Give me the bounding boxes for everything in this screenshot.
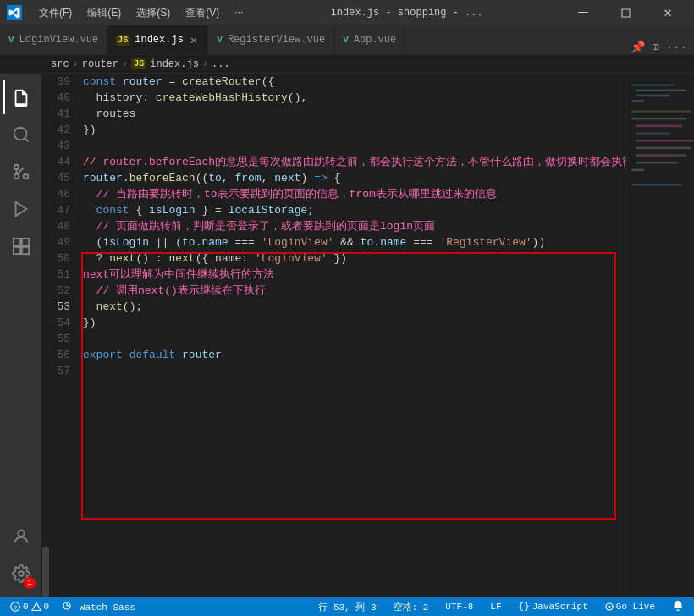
svg-rect-23 — [636, 154, 686, 156]
window-controls: ✕ — [564, 0, 687, 25]
tab-loginview[interactable]: V LoginView.vue — [0, 25, 107, 54]
minimap[interactable] — [626, 74, 694, 597]
tab-close-button[interactable]: ✕ — [189, 33, 199, 47]
pin-icon[interactable]: 📌 — [631, 40, 645, 54]
tab-label: LoginView.vue — [19, 34, 99, 46]
watch-sass-item[interactable]: Watch Sass — [59, 602, 139, 613]
svg-rect-26 — [631, 184, 682, 185]
overflow-icon[interactable]: ··· — [666, 41, 687, 54]
watch-sass-label: Watch Sass — [80, 602, 135, 613]
code-line-52: // 调用next()表示继续在下执行 — [83, 283, 626, 299]
tab-registerview[interactable]: V RegisterView.vue — [208, 25, 334, 54]
vscode-logo-icon — [7, 5, 22, 20]
vertical-scrollbar[interactable] — [41, 513, 51, 597]
svg-rect-17 — [631, 110, 691, 112]
line-num-50: 50 — [41, 250, 70, 267]
cursor-position[interactable]: 行 53, 列 3 — [315, 601, 379, 613]
title-bar: 文件(F) 编辑(E) 选择(S) 查看(V) ··· index.js - s… — [0, 0, 694, 25]
line-num-44: 44 — [41, 154, 70, 170]
breadcrumb-router[interactable]: router — [82, 58, 118, 70]
vue-icon: V — [8, 35, 14, 45]
svg-rect-1 — [622, 9, 630, 17]
line-num-40: 40 — [41, 90, 70, 106]
activity-run-icon[interactable] — [3, 192, 37, 226]
line-num-57: 57 — [41, 363, 70, 379]
svg-rect-0 — [578, 12, 588, 13]
svg-text:⊘: ⊘ — [14, 604, 18, 611]
line-ending[interactable]: LF — [487, 602, 504, 612]
status-errors[interactable]: ⊘ 0 0 — [7, 602, 52, 612]
code-line-48: // 页面做跳转前，判断是否登录了，或者要跳到的页面是login页面 — [83, 218, 626, 234]
activity-git-icon[interactable] — [3, 155, 37, 189]
indentation[interactable]: 空格: 2 — [390, 601, 432, 613]
code-editor[interactable]: 39 40 41 42 43 44 45 46 47 48 49 50 51 5… — [41, 74, 626, 597]
tab-label: index.js — [135, 34, 184, 46]
menu-more[interactable]: ··· — [228, 4, 250, 22]
code-line-40: history: createWebHashHistory(), — [83, 90, 626, 106]
line-num-43: 43 — [41, 138, 70, 154]
code-line-41: routes — [83, 106, 626, 122]
line-num-49: 49 — [41, 234, 70, 250]
svg-marker-6 — [16, 202, 27, 217]
line-num-39: 39 — [41, 74, 70, 90]
breadcrumb-sep-3: › — [202, 58, 208, 70]
activity-bar: 1 — [0, 74, 41, 597]
notification-badge: 1 — [24, 577, 36, 589]
svg-rect-8 — [22, 239, 29, 245]
code-line-43 — [83, 138, 626, 154]
menu-file[interactable]: 文件(F) — [32, 4, 79, 22]
svg-rect-13 — [631, 84, 674, 85]
code-line-42: }) — [83, 122, 626, 138]
svg-point-2 — [14, 128, 27, 140]
language-mode[interactable]: {}JavaScript — [515, 602, 592, 612]
svg-rect-24 — [636, 162, 678, 163]
menu-bar: 文件(F) 编辑(E) 选择(S) 查看(V) ··· — [32, 4, 250, 22]
breadcrumb-dots[interactable]: ... — [212, 58, 230, 70]
breadcrumb-sep-1: › — [73, 58, 79, 70]
menu-edit[interactable]: 编辑(E) — [80, 4, 128, 22]
encoding[interactable]: UTF-8 — [442, 602, 476, 612]
svg-rect-14 — [636, 90, 686, 91]
activity-explorer-icon[interactable] — [3, 80, 37, 114]
vue-icon: V — [343, 35, 349, 45]
svg-point-5 — [14, 174, 19, 179]
activity-settings-icon[interactable]: 1 — [3, 557, 37, 591]
code-lines[interactable]: const router = createRouter({ history: c… — [79, 74, 626, 513]
svg-point-4 — [14, 165, 19, 170]
window-title: index.js - shopping - ... — [256, 7, 557, 19]
line-num-51: 51 — [41, 267, 70, 283]
activity-bar-bottom: 1 — [3, 520, 37, 591]
line-num-46: 46 — [41, 186, 70, 202]
tab-indexjs[interactable]: JS index.js ✕ — [107, 25, 208, 54]
breadcrumb-indexjs[interactable]: index.js — [150, 58, 199, 70]
close-button[interactable]: ✕ — [648, 0, 687, 25]
svg-rect-10 — [22, 247, 29, 254]
line-num-55: 55 — [41, 331, 70, 347]
layout-icon[interactable]: ⊞ — [652, 40, 658, 54]
status-left: ⊘ 0 0 Watch Sass — [7, 602, 139, 613]
scrollbar-thumb[interactable] — [42, 547, 49, 597]
activity-extensions-icon[interactable] — [3, 229, 37, 263]
notifications-icon[interactable] — [669, 600, 687, 614]
menu-view[interactable]: 查看(V) — [179, 4, 226, 22]
breadcrumb: src › router › JS index.js › ... — [0, 55, 694, 74]
go-live-button[interactable]: Go Live — [602, 602, 658, 612]
svg-rect-16 — [631, 100, 644, 102]
code-line-39: const router = createRouter({ — [83, 74, 626, 90]
menu-select[interactable]: 选择(S) — [129, 4, 177, 22]
maximize-button[interactable] — [606, 0, 645, 25]
svg-rect-20 — [636, 132, 669, 134]
svg-rect-15 — [636, 95, 669, 96]
code-line-55 — [83, 331, 626, 347]
tab-appvue[interactable]: V App.vue — [334, 25, 405, 54]
svg-point-11 — [18, 531, 24, 536]
tab-label: App.vue — [354, 34, 396, 46]
line-num-54: 54 — [41, 315, 70, 331]
minimize-button[interactable] — [564, 0, 603, 25]
line-num-53: 53 — [41, 299, 70, 315]
code-content: 39 40 41 42 43 44 45 46 47 48 49 50 51 5… — [41, 74, 626, 513]
breadcrumb-src[interactable]: src — [51, 58, 69, 70]
activity-account-icon[interactable] — [3, 520, 37, 553]
svg-rect-7 — [14, 239, 20, 245]
activity-search-icon[interactable] — [3, 118, 37, 151]
